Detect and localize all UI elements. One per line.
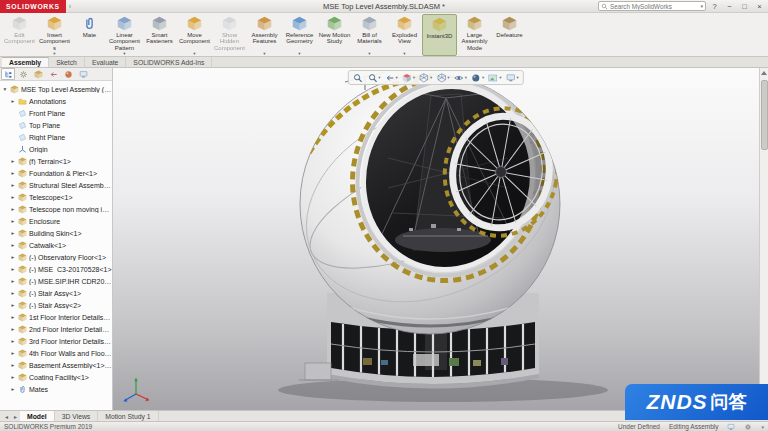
graphics-viewport[interactable]: ▾ ▾ ▾ ▾ bbox=[113, 68, 768, 410]
tree-item[interactable]: 3rd Floor Interior Details<1> (Def... bbox=[0, 335, 112, 347]
tree-expander-icon[interactable] bbox=[10, 350, 16, 356]
tree-item[interactable]: (-) MSE_C3-20170528<1> bbox=[0, 263, 112, 275]
apply-scene-button[interactable]: ▾ bbox=[488, 73, 501, 83]
section-view-button[interactable]: ▾ bbox=[402, 73, 415, 83]
tree-expander-icon[interactable] bbox=[10, 182, 16, 188]
tree-expander-icon[interactable] bbox=[10, 194, 16, 200]
displaymanager-tab[interactable] bbox=[61, 68, 75, 80]
exploded-view-button[interactable]: Exploded View ▾ bbox=[387, 14, 422, 56]
tree-item[interactable]: Annotations bbox=[0, 95, 112, 107]
tree-item[interactable]: (-) Stair Assy<2> bbox=[0, 299, 112, 311]
instant3d-button[interactable]: Instant3D bbox=[422, 14, 457, 56]
tree-item[interactable]: Top Plane bbox=[0, 119, 112, 131]
large-assembly-mode-button[interactable]: Large Assembly Mode bbox=[457, 14, 492, 56]
tree-item[interactable]: (-) MSE.SIP.IHR CDR201704<1> bbox=[0, 275, 112, 287]
new-motion-study-button[interactable]: New Motion Study bbox=[317, 14, 352, 56]
3d-views-tab[interactable]: 3D Views bbox=[55, 411, 99, 421]
bill-of-materials-button[interactable]: Bill of Materials ▾ bbox=[352, 14, 387, 56]
edit-appearance-button[interactable]: ▾ bbox=[471, 73, 484, 83]
tab-assembly[interactable]: Assembly bbox=[2, 57, 49, 67]
tree-expander-icon[interactable] bbox=[10, 326, 16, 332]
tree-item[interactable]: Coating Facility<1> bbox=[0, 371, 112, 383]
tree-item[interactable]: Foundation & Pier<1> bbox=[0, 167, 112, 179]
tree-item[interactable]: 1st Floor Interior Details<1> (Defa... bbox=[0, 311, 112, 323]
mate-button[interactable]: Mate bbox=[72, 14, 107, 56]
tree-expander-icon[interactable] bbox=[10, 170, 16, 176]
tree-expander-icon[interactable] bbox=[2, 86, 8, 92]
tree-item[interactable]: Origin bbox=[0, 143, 112, 155]
tree-expander-icon[interactable] bbox=[10, 302, 16, 308]
tree-item[interactable]: Telescope non moving infrastructu... bbox=[0, 203, 112, 215]
zoom-to-area-button[interactable]: ▾ bbox=[367, 73, 380, 83]
edit-component-button[interactable]: Edit Component bbox=[2, 14, 37, 56]
tree-expander-icon[interactable] bbox=[10, 242, 16, 248]
scroll-up-icon[interactable] bbox=[761, 71, 767, 75]
show-hidden-components-button[interactable]: Show Hidden Components bbox=[212, 14, 247, 56]
search-input[interactable] bbox=[610, 3, 698, 10]
defeature-button[interactable]: Defeature bbox=[492, 14, 527, 56]
hide-show-items-button[interactable]: ▾ bbox=[454, 73, 467, 83]
tree-expander-icon[interactable] bbox=[10, 218, 16, 224]
tree-expander-icon[interactable] bbox=[10, 266, 16, 272]
tree-expander-icon[interactable] bbox=[10, 278, 16, 284]
tree-expander-icon[interactable] bbox=[10, 374, 16, 380]
help-button[interactable]: ? bbox=[708, 1, 721, 12]
tab-evaluate[interactable]: Evaluate bbox=[85, 57, 126, 67]
status-dropdown-arrow-icon[interactable]: ▾ bbox=[761, 424, 764, 430]
tree-item[interactable]: Structural Steel Assembly<1> bbox=[0, 179, 112, 191]
zoom-to-fit-button[interactable] bbox=[352, 73, 363, 83]
tree-item[interactable]: Mates bbox=[0, 383, 112, 395]
menu-expand-arrow[interactable]: › bbox=[66, 3, 74, 10]
options-gear-icon[interactable] bbox=[744, 423, 752, 431]
tree-expander-icon[interactable] bbox=[10, 230, 16, 236]
custom-toolbar-icon[interactable] bbox=[727, 423, 735, 431]
dimxpertmanager-tab[interactable] bbox=[46, 68, 60, 80]
view-settings-button[interactable]: ▾ bbox=[505, 73, 518, 83]
tree-item[interactable]: 4th Floor Walls and Flooring<1> (... bbox=[0, 347, 112, 359]
linear-component-pattern-button[interactable]: Linear Component Pattern ▾ bbox=[107, 14, 142, 56]
propertymanager-tab[interactable] bbox=[16, 68, 30, 80]
tree-item[interactable]: Front Plane bbox=[0, 107, 112, 119]
tab-scroll-left-icon[interactable]: ◂ bbox=[2, 413, 11, 420]
tree-item[interactable]: (f) Terrain<1> bbox=[0, 155, 112, 167]
cam-tab[interactable] bbox=[76, 68, 90, 80]
reference-geometry-button[interactable]: Reference Geometry ▾ bbox=[282, 14, 317, 56]
move-component-button[interactable]: Move Component ▾ bbox=[177, 14, 212, 56]
tab-solidworks-add-ins[interactable]: SOLIDWORKS Add-Ins bbox=[126, 57, 212, 67]
tree-expander-icon[interactable] bbox=[10, 386, 16, 392]
tab-sketch[interactable]: Sketch bbox=[49, 57, 85, 67]
tree-item[interactable]: (-) Stair Assy<1> bbox=[0, 287, 112, 299]
tree-expander-icon[interactable] bbox=[10, 314, 16, 320]
motion-study-tab[interactable]: Motion Study 1 bbox=[98, 411, 158, 421]
tree-item[interactable]: Basement Assembly<1> (Default<... bbox=[0, 359, 112, 371]
tree-expander-icon[interactable] bbox=[10, 290, 16, 296]
tree-item[interactable]: Catwalk<1> bbox=[0, 239, 112, 251]
display-style-button[interactable]: ▾ bbox=[436, 73, 449, 83]
viewport-scrollbar[interactable] bbox=[759, 68, 768, 410]
view-orientation-button[interactable]: ▾ bbox=[419, 73, 432, 83]
close-button[interactable]: × bbox=[753, 1, 766, 12]
scrollbar-thumb[interactable] bbox=[761, 80, 768, 150]
tree-expander-icon[interactable] bbox=[10, 206, 16, 212]
tree-item[interactable]: MSE Top Level Assembly (Default<D... bbox=[0, 83, 112, 95]
assembly-features-button[interactable]: Assembly Features ▾ bbox=[247, 14, 282, 56]
smart-fasteners-button[interactable]: Smart Fasteners bbox=[142, 14, 177, 56]
tree-item[interactable]: Enclosure bbox=[0, 215, 112, 227]
tree-item[interactable]: (-) Observatory Floor<1> bbox=[0, 251, 112, 263]
minimize-button[interactable]: − bbox=[723, 1, 736, 12]
restore-button[interactable]: □ bbox=[738, 1, 751, 12]
tree-expander-icon[interactable] bbox=[10, 254, 16, 260]
insert-components-button[interactable]: Insert Components ▾ bbox=[37, 14, 72, 56]
configurationmanager-tab[interactable] bbox=[31, 68, 45, 80]
featuremanager-tab[interactable] bbox=[1, 68, 15, 80]
tree-expander-icon[interactable] bbox=[10, 158, 16, 164]
model-3d-telescope-enclosure[interactable] bbox=[113, 68, 759, 410]
tree-item[interactable]: 2nd Floor Interior Details<1> (Def... bbox=[0, 323, 112, 335]
tree-expander-icon[interactable] bbox=[10, 362, 16, 368]
tree-item[interactable]: Telescope<1> bbox=[0, 191, 112, 203]
model-tab[interactable]: Model bbox=[20, 411, 55, 421]
search-scope-dropdown-icon[interactable]: ▾ bbox=[700, 3, 703, 9]
tree-expander-icon[interactable] bbox=[10, 338, 16, 344]
previous-view-button[interactable]: ▾ bbox=[385, 73, 398, 83]
tree-item[interactable]: Right Plane bbox=[0, 131, 112, 143]
